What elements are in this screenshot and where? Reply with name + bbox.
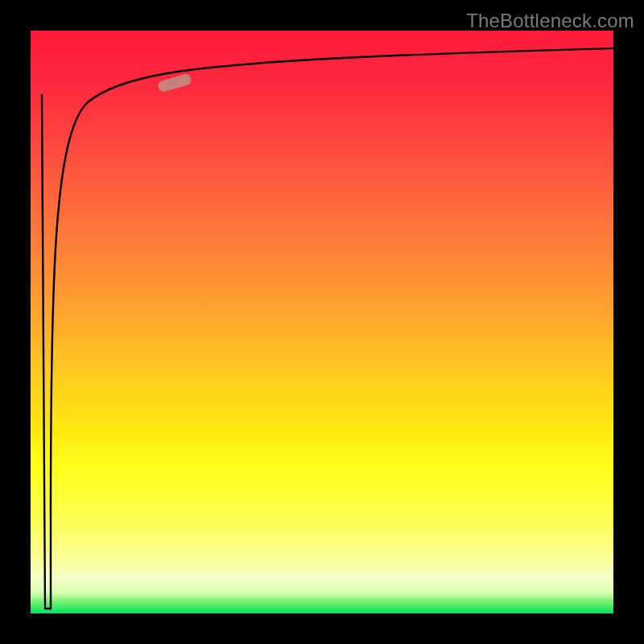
watermark-text: TheBottleneck.com [466,10,634,32]
chart-stage: TheBottleneck.com [0,0,644,644]
plot-background [31,31,613,613]
